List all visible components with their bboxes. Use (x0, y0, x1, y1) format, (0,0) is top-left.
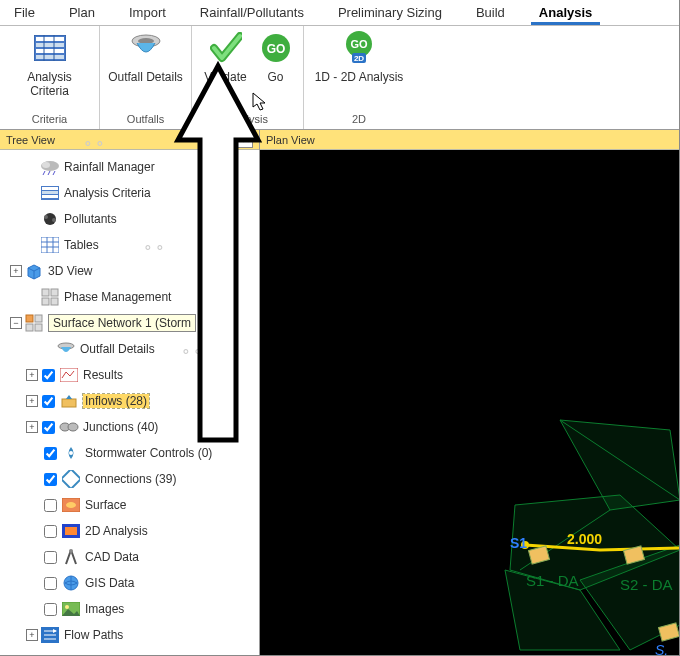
validate-button[interactable]: Validate (202, 30, 250, 84)
svg-rect-36 (26, 315, 33, 322)
node-label: 3D View (48, 264, 92, 278)
node-label: Results (83, 368, 123, 382)
node-tables[interactable]: Tables (2, 232, 257, 258)
svg-rect-4 (36, 55, 64, 59)
group-analysis-caption: Analysis (198, 111, 297, 127)
globe-icon (61, 573, 81, 593)
node-label: Phase Management (64, 290, 171, 304)
inflows-checkbox[interactable] (42, 395, 55, 408)
node-flow-paths[interactable]: + Flow Paths (2, 622, 257, 648)
node-gis-data[interactable]: GIS Data (2, 570, 257, 596)
cad-checkbox[interactable] (44, 551, 57, 564)
svg-rect-38 (26, 324, 33, 331)
analysis-criteria-label: Analysis Criteria (8, 70, 92, 98)
expand-icon[interactable]: + (26, 629, 38, 641)
1d-2d-analysis-button[interactable]: GO2D 1D - 2D Analysis (311, 30, 407, 84)
node-stormwater-controls[interactable]: Stormwater Controls (0) (2, 440, 257, 466)
node-phase-management[interactable]: Phase Management (2, 284, 257, 310)
node-label: CAD Data (85, 550, 139, 564)
go-label: Go (267, 70, 283, 84)
outfall-details-button[interactable]: Outfall Details (104, 30, 188, 84)
images-checkbox[interactable] (44, 603, 57, 616)
junctions-checkbox[interactable] (42, 421, 55, 434)
check-icon (208, 30, 244, 66)
go-2d-icon: GO2D (341, 30, 377, 66)
svg-point-51 (69, 549, 73, 553)
svg-rect-35 (51, 298, 58, 305)
group-2d-caption: 2D (310, 111, 408, 127)
tab-sizing[interactable]: Preliminary Sizing (330, 0, 450, 25)
node-outfall-details[interactable]: Outfall Details (2, 336, 257, 362)
outfall-icon (128, 30, 164, 66)
expand-icon[interactable]: + (26, 421, 38, 433)
tree-close-button[interactable]: ✕ (237, 132, 253, 148)
expand-icon[interactable]: + (26, 395, 38, 407)
svg-rect-50 (65, 527, 77, 535)
svg-text:GO: GO (350, 38, 368, 50)
dock: Tree View ✕ Rainfall Manager Analysis Cr… (0, 130, 679, 656)
plan-view-canvas[interactable]: S1 2.000 S1 - DA S2 - DA S. (260, 150, 679, 656)
tab-build[interactable]: Build (468, 0, 513, 25)
group-criteria-caption: Criteria (6, 111, 93, 127)
node-analysis-criteria[interactable]: Analysis Criteria (2, 180, 257, 206)
junction-icon (59, 417, 79, 437)
node-cad-data[interactable]: CAD Data (2, 544, 257, 570)
svg-rect-42 (62, 399, 76, 407)
expand-icon[interactable]: + (26, 369, 38, 381)
tree-body[interactable]: Rainfall Manager Analysis Criteria Pollu… (0, 150, 259, 656)
connections-icon (61, 469, 81, 489)
node-label: Surface Network 1 (Storm (48, 314, 196, 332)
inflow-icon (59, 391, 79, 411)
node-rainfall-manager[interactable]: Rainfall Manager (2, 154, 257, 180)
1d-2d-label: 1D - 2D Analysis (315, 70, 404, 84)
svg-line-17 (43, 171, 45, 175)
svg-rect-39 (35, 324, 42, 331)
svg-rect-23 (42, 195, 58, 198)
svg-text:2D: 2D (354, 54, 364, 63)
flow-icon (40, 625, 60, 645)
node-label: Images (85, 602, 124, 616)
connections-checkbox[interactable] (44, 473, 57, 486)
surface-checkbox[interactable] (44, 499, 57, 512)
svg-rect-33 (51, 289, 58, 296)
tree-view-title: Tree View (6, 134, 55, 146)
tab-rainfall[interactable]: Rainfall/Pollutants (192, 0, 312, 25)
plan-view-header: Plan View (260, 130, 679, 150)
node-surface[interactable]: Surface (2, 492, 257, 518)
results-checkbox[interactable] (42, 369, 55, 382)
tab-import[interactable]: Import (121, 0, 174, 25)
node-inflows[interactable]: + Inflows (28) (2, 388, 257, 414)
node-junctions[interactable]: + Junctions (40) (2, 414, 257, 440)
tree-view-header: Tree View ✕ (0, 130, 259, 150)
node-surface-network[interactable]: − Surface Network 1 (Storm (2, 310, 257, 336)
node-results[interactable]: + Results (2, 362, 257, 388)
cloud-icon (40, 157, 60, 177)
node-2d-analysis[interactable]: 2D Analysis (2, 518, 257, 544)
gis-checkbox[interactable] (44, 577, 57, 590)
swc-icon (61, 443, 81, 463)
node-images[interactable]: Images (2, 596, 257, 622)
grid-icon (32, 30, 68, 66)
node-label: Flow Paths (64, 628, 123, 642)
node-label: Tables (64, 238, 99, 252)
tab-analysis[interactable]: Analysis (531, 0, 600, 25)
node-label: 2D Analysis (85, 524, 148, 538)
svg-point-45 (69, 451, 73, 455)
node-pollutants[interactable]: Pollutants (2, 206, 257, 232)
outfall-small-icon (56, 339, 76, 359)
expand-icon[interactable]: + (10, 265, 22, 277)
quad-icon (40, 287, 60, 307)
analysis-criteria-button[interactable]: Analysis Criteria (8, 30, 92, 98)
collapse-icon[interactable]: − (10, 317, 22, 329)
go-button[interactable]: GO Go (258, 30, 294, 84)
node-3d-view[interactable]: + 3D View (2, 258, 257, 284)
2d-checkbox[interactable] (44, 525, 57, 538)
node-label: Junctions (40) (83, 420, 158, 434)
swc-checkbox[interactable] (44, 447, 57, 460)
svg-point-25 (44, 215, 48, 219)
group-outfalls: Outfall Details Outfalls (100, 26, 192, 129)
tab-file[interactable]: File (6, 0, 43, 25)
go-icon: GO (258, 30, 294, 66)
tab-plan[interactable]: Plan (61, 0, 103, 25)
node-connections[interactable]: Connections (39) (2, 466, 257, 492)
